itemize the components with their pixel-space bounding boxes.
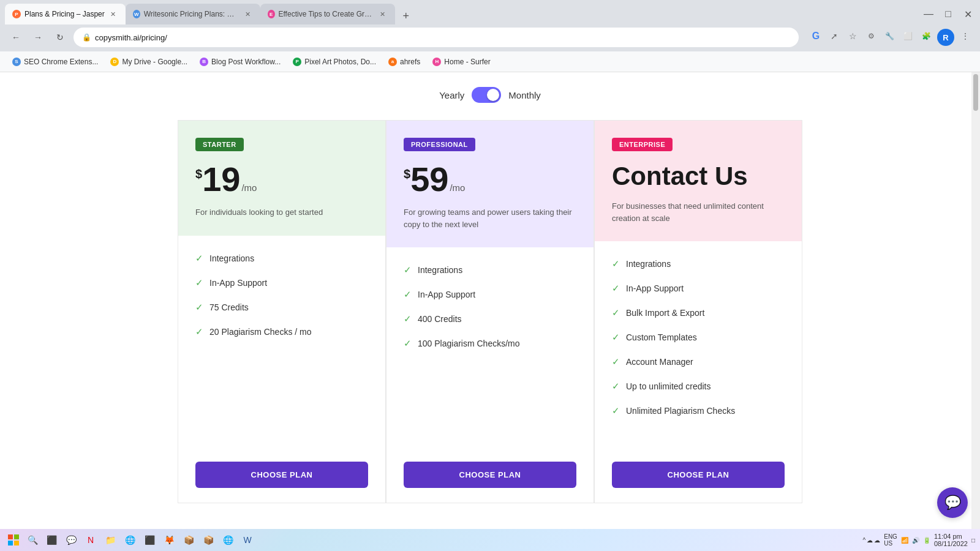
reload-button[interactable]: ↻	[51, 29, 69, 46]
taskbar-app-files[interactable]: 📁	[102, 531, 119, 549]
pricing-cards-container: STARTER $ 19 /mo For individuals looking…	[178, 120, 802, 503]
tab-writesonic[interactable]: W Writesonic Pricing Plans: Most A... ✕	[126, 4, 260, 24]
enterprise-card-header: ENTERPRISE Contact Us For businesses tha…	[595, 121, 802, 241]
starter-price-display: $ 19 /mo	[195, 162, 368, 197]
bookmark-seo[interactable]: S SEO Chrome Extens...	[7, 56, 103, 68]
onedrive-icon[interactable]: ☁	[874, 537, 880, 544]
lock-icon: 🔒	[82, 33, 91, 42]
bookmark-label-5: ahrefs	[400, 58, 420, 66]
maximize-button[interactable]: □	[941, 7, 956, 21]
starter-price-amount: 19	[202, 162, 240, 197]
taskbar-app-edge[interactable]: 🌐	[121, 531, 138, 549]
professional-feature-1: ✓ Integrations	[404, 264, 576, 276]
professional-feature-4: ✓ 100 Plagiarism Checks/mo	[404, 338, 576, 349]
professional-price-amount: 59	[410, 162, 448, 197]
professional-feature-label-1: Integrations	[418, 265, 462, 275]
bookmark-ahrefs[interactable]: a ahrefs	[383, 56, 425, 68]
taskbar-search-button[interactable]: 🔍	[24, 532, 40, 548]
yearly-label: Yearly	[439, 90, 464, 100]
professional-features: ✓ Integrations ✓ In-App Support ✓ 400 Cr…	[386, 247, 594, 447]
address-text: copysmith.ai/pricing/	[95, 33, 167, 42]
taskbar-app-netflix[interactable]: N	[82, 531, 99, 549]
check-icon: ✓	[612, 356, 620, 367]
close-button[interactable]: ✕	[960, 7, 975, 21]
taskbar-app-amazon[interactable]: 📦	[180, 531, 197, 549]
share-icon[interactable]: ➚	[827, 29, 842, 43]
battery-icon[interactable]: 🔋	[923, 537, 930, 544]
more-menu-button[interactable]: ⋮	[958, 29, 973, 43]
windows-logo-icon	[8, 534, 19, 545]
professional-choose-plan-button[interactable]: CHOOSE PLAN	[404, 462, 576, 488]
extensions-button[interactable]: 🧩	[919, 29, 933, 43]
check-icon: ✓	[404, 264, 412, 276]
scrollbar-thumb[interactable]	[973, 74, 978, 111]
address-bar[interactable]: 🔒 copysmith.ai/pricing/	[74, 28, 799, 47]
bookmark-surfer[interactable]: H Home - Surfer	[428, 56, 495, 68]
bookmark-star-icon[interactable]: ☆	[845, 29, 860, 43]
page-content: Yearly Monthly STARTER $ 19 /mo For indi…	[0, 72, 980, 529]
start-button[interactable]	[5, 531, 22, 549]
starter-feature-label-1: Integrations	[209, 253, 254, 263]
professional-price-display: $ 59 /mo	[404, 162, 576, 197]
professional-feature-label-3: 400 Credits	[418, 314, 462, 324]
extension-icon-3[interactable]: ⬜	[900, 29, 915, 43]
tab-effective-tips[interactable]: E Effective Tips to Create Great Co... ✕	[260, 4, 395, 24]
enterprise-feature-6: ✓ Up to unlimited credits	[612, 381, 785, 392]
bookmarks-bar: S SEO Chrome Extens... D My Drive - Goog…	[0, 51, 980, 72]
back-button[interactable]: ←	[7, 29, 24, 46]
taskbar-app-word[interactable]: W	[239, 531, 256, 549]
bookmark-favicon-3: B	[200, 58, 208, 66]
clock[interactable]: 11:04 pm 08/11/2022	[934, 533, 968, 547]
tab-close-2[interactable]: ✕	[243, 9, 253, 19]
taskbar-app-taskview[interactable]: ⬛	[141, 531, 158, 549]
bookmark-label-4: Pixel Art Photos, Do...	[304, 58, 376, 66]
chat-bubble-button[interactable]: 💬	[937, 487, 968, 518]
taskbar-app-dropbox[interactable]: 📦	[200, 531, 217, 549]
billing-toggle-switch[interactable]	[472, 87, 501, 103]
enterprise-feature-label-4: Custom Templates	[626, 332, 697, 342]
extension-icon-2[interactable]: 🔧	[882, 29, 897, 43]
starter-plan-card: STARTER $ 19 /mo For individuals looking…	[178, 120, 386, 503]
enterprise-feature-label-1: Integrations	[626, 259, 671, 269]
starter-choose-plan-button[interactable]: CHOOSE PLAN	[195, 462, 368, 488]
check-icon: ✓	[612, 405, 620, 416]
taskbar-system-tray: ^ ☁ ☁ ENGUS 📶 🔊 🔋 11:04 pm 08/11/2022 □	[863, 533, 975, 547]
check-icon: ✓	[404, 289, 412, 300]
bookmark-pixel[interactable]: P Pixel Art Photos, Do...	[288, 56, 381, 68]
starter-features: ✓ Integrations ✓ In-App Support ✓ 75 Cre…	[178, 236, 385, 448]
bookmark-favicon-1: S	[12, 58, 21, 66]
eng-locale: ENGUS	[884, 533, 897, 547]
billing-toggle: Yearly Monthly	[12, 87, 968, 103]
tab-favicon-1: P	[12, 10, 21, 18]
taskbar-app-firefox[interactable]: 🦊	[160, 531, 178, 549]
taskbar-app-chrome[interactable]: 🌐	[219, 531, 236, 549]
google-icon[interactable]: G	[809, 29, 823, 43]
tray-arrow-icon[interactable]: ^	[863, 537, 866, 544]
bookmark-blog[interactable]: B Blog Post Workflow...	[195, 56, 285, 68]
enterprise-feature-label-6: Up to unlimited credits	[626, 381, 711, 391]
speaker-icon[interactable]: 🔊	[912, 537, 919, 544]
minimize-button[interactable]: —	[921, 7, 936, 21]
tab-close-3[interactable]: ✕	[378, 9, 388, 19]
cloud-icon[interactable]: ☁	[867, 537, 873, 544]
new-tab-button[interactable]: +	[398, 7, 415, 24]
forward-button[interactable]: →	[29, 29, 47, 46]
time-display: 11:04 pm	[934, 533, 968, 540]
taskbar-app-widgets[interactable]: ⬛	[43, 531, 60, 549]
profile-button[interactable]: R	[937, 29, 954, 46]
bookmark-drive[interactable]: D My Drive - Google...	[105, 56, 192, 68]
tab-close-1[interactable]: ✕	[108, 9, 118, 19]
scrollbar[interactable]	[971, 72, 980, 529]
enterprise-choose-plan-button[interactable]: CHOOSE PLAN	[612, 462, 785, 488]
taskbar-app-chat[interactable]: 💬	[62, 531, 80, 549]
starter-feature-label-4: 20 Plagiarism Checks / mo	[209, 327, 312, 337]
enterprise-contact-text: Contact Us	[612, 162, 748, 190]
wifi-icon[interactable]: 📶	[901, 537, 908, 544]
bookmark-favicon-4: P	[293, 58, 301, 66]
bookmark-label-1: SEO Chrome Extens...	[24, 58, 98, 66]
extension-icon-1[interactable]: ⚙	[864, 29, 878, 43]
bookmark-label-6: Home - Surfer	[444, 58, 490, 66]
professional-card-header: PROFESSIONAL $ 59 /mo For growing teams …	[386, 121, 594, 247]
notifications-button[interactable]: □	[971, 537, 975, 544]
tab-plans-pricing[interactable]: P Plans & Pricing – Jasper ✕	[5, 4, 126, 24]
